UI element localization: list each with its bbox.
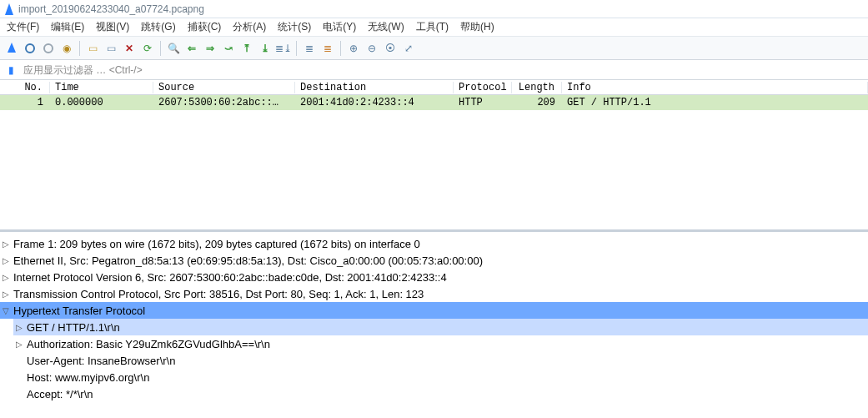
- autoscroll-live-button[interactable]: ≣: [319, 40, 336, 57]
- close-button[interactable]: ✕: [121, 40, 138, 57]
- zoom-in-button[interactable]: ⊕: [345, 40, 362, 57]
- resize-columns-button[interactable]: ⤢: [400, 40, 417, 57]
- col-header-info[interactable]: Info: [562, 82, 868, 93]
- packet-row[interactable]: 1 0.000000 2607:5300:60:2abc::… 2001:41d…: [0, 95, 868, 110]
- toolbar-separator: [160, 41, 161, 56]
- menu-wireless[interactable]: 无线(W): [368, 20, 404, 34]
- packet-list-pane[interactable]: No. Time Source Destination Protocol Len…: [0, 80, 868, 232]
- toolbar-separator: [296, 41, 297, 56]
- cell-src: 2607:5300:60:2abc::…: [153, 97, 295, 108]
- expand-icon[interactable]: ▷: [0, 273, 12, 282]
- detail-http-authorization[interactable]: ▷ Authorization: Basic Y29uZmk6ZGVudGlhb…: [13, 335, 868, 352]
- detail-http-accept[interactable]: ▷ Accept: */*\r\n: [13, 385, 868, 402]
- expand-icon[interactable]: ▷: [0, 239, 12, 249]
- packet-list-header: No. Time Source Destination Protocol Len…: [0, 80, 868, 95]
- next-packet-button[interactable]: ⇒: [202, 40, 218, 57]
- auto-scroll-button[interactable]: ≣⤓: [275, 40, 292, 57]
- col-header-no[interactable]: No.: [0, 82, 50, 93]
- first-packet-button[interactable]: ⤒: [238, 40, 255, 57]
- cell-no: 1: [0, 97, 50, 108]
- menu-stats[interactable]: 统计(S): [278, 20, 311, 34]
- display-filter-bar: ▮: [0, 60, 868, 80]
- menu-capture[interactable]: 捕获(C): [188, 20, 222, 34]
- filter-bookmark-icon[interactable]: ▮: [3, 63, 18, 78]
- open-button[interactable]: ▭: [84, 40, 101, 57]
- last-packet-button[interactable]: ⤓: [257, 40, 273, 57]
- app-icon: [5, 3, 13, 15]
- detail-http-request-line[interactable]: ▷ GET / HTTP/1.1\r\n: [13, 319, 868, 335]
- cell-info: GET / HTTP/1.1: [562, 97, 868, 108]
- cell-proto: HTTP: [454, 97, 512, 108]
- start-capture-button[interactable]: [3, 40, 20, 57]
- save-button[interactable]: ▭: [103, 40, 119, 57]
- colorize-button[interactable]: ≣: [301, 40, 318, 57]
- toolbar-separator: [340, 41, 341, 56]
- prev-packet-button[interactable]: ⇐: [183, 40, 200, 57]
- col-header-len[interactable]: Length: [512, 82, 562, 93]
- col-header-dst[interactable]: Destination: [295, 82, 454, 93]
- detail-ethernet[interactable]: ▷ Ethernet II, Src: Pegatron_d8:5a:13 (e…: [0, 252, 868, 269]
- expand-icon[interactable]: ▷: [0, 256, 12, 265]
- capture-options-button[interactable]: ◉: [58, 40, 75, 57]
- menu-go[interactable]: 跳转(G): [141, 20, 175, 34]
- collapse-icon[interactable]: ▽: [0, 306, 12, 315]
- detail-http-user-agent[interactable]: ▷ User-Agent: InsaneBrowser\r\n: [13, 352, 868, 369]
- menu-help[interactable]: 帮助(H): [460, 20, 494, 34]
- detail-http-host[interactable]: ▷ Host: www.myipv6.org\r\n: [13, 369, 868, 385]
- titlebar: import_20190624233040_a07724.pcapng: [0, 0, 868, 18]
- menu-analyze[interactable]: 分析(A): [233, 20, 266, 34]
- menu-view[interactable]: 视图(V): [96, 20, 129, 34]
- detail-http[interactable]: ▽ Hypertext Transfer Protocol: [0, 302, 868, 319]
- detail-frame[interactable]: ▷ Frame 1: 209 bytes on wire (1672 bits)…: [0, 235, 868, 252]
- display-filter-input[interactable]: [18, 61, 868, 79]
- menu-tools[interactable]: 工具(T): [416, 20, 449, 34]
- expand-icon[interactable]: ▷: [13, 340, 25, 349]
- restart-capture-button[interactable]: [40, 40, 57, 57]
- col-header-proto[interactable]: Protocol: [454, 82, 512, 93]
- toolbar: ◉ ▭ ▭ ✕ ⟳ 🔍 ⇐ ⇒ ⤻ ⤒ ⤓ ≣⤓ ≣ ≣ ⊕ ⊖ ⦿ ⤢: [0, 37, 868, 60]
- col-header-src[interactable]: Source: [153, 82, 295, 93]
- jump-button[interactable]: ⤻: [220, 40, 237, 57]
- toolbar-separator: [79, 41, 80, 56]
- zoom-out-button[interactable]: ⊖: [364, 40, 380, 57]
- find-button[interactable]: 🔍: [165, 40, 182, 57]
- menu-telephony[interactable]: 电话(Y): [323, 20, 356, 34]
- reload-button[interactable]: ⟳: [139, 40, 156, 57]
- packet-details-pane[interactable]: ▷ Frame 1: 209 bytes on wire (1672 bits)…: [0, 232, 868, 418]
- menu-file[interactable]: 文件(F): [7, 20, 39, 34]
- col-header-time[interactable]: Time: [50, 82, 153, 93]
- menu-edit[interactable]: 编辑(E): [51, 20, 84, 34]
- cell-dst: 2001:41d0:2:4233::4: [295, 97, 454, 108]
- cell-time: 0.000000: [50, 97, 153, 108]
- expand-icon[interactable]: ▷: [0, 290, 12, 299]
- expand-icon[interactable]: ▷: [13, 323, 25, 332]
- menubar: 文件(F) 编辑(E) 视图(V) 跳转(G) 捕获(C) 分析(A) 统计(S…: [0, 18, 868, 37]
- cell-len: 209: [512, 97, 562, 108]
- detail-ipv6[interactable]: ▷ Internet Protocol Version 6, Src: 2607…: [0, 269, 868, 285]
- stop-capture-button[interactable]: [22, 40, 38, 57]
- window-title: import_20190624233040_a07724.pcapng: [18, 3, 204, 15]
- zoom-reset-button[interactable]: ⦿: [382, 40, 399, 57]
- detail-tcp[interactable]: ▷ Transmission Control Protocol, Src Por…: [0, 285, 868, 302]
